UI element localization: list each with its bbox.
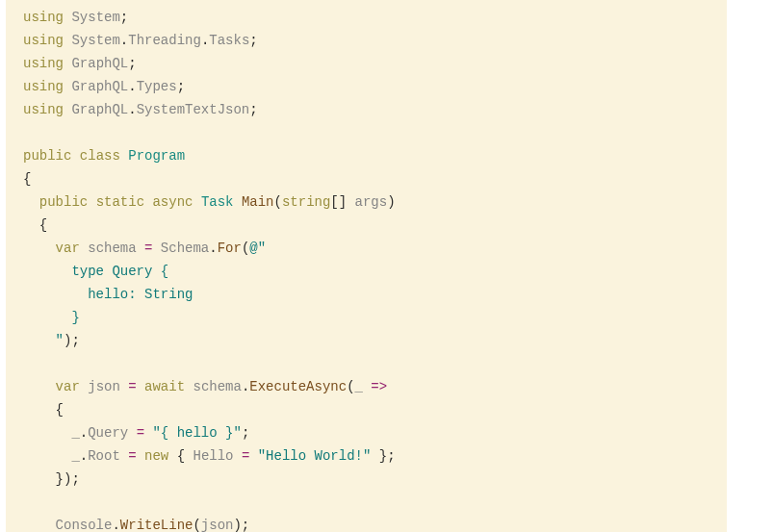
operator-eq: = bbox=[128, 379, 136, 394]
paren-close: ) bbox=[387, 194, 395, 210]
dot: . bbox=[80, 448, 88, 464]
string-content: } bbox=[23, 310, 80, 325]
kw-static: static bbox=[96, 194, 144, 210]
var-schema: schema bbox=[185, 379, 242, 394]
line-12: type Query { bbox=[23, 264, 168, 279]
kw-await: await bbox=[137, 379, 185, 394]
method-executeasync: ExecuteAsync bbox=[249, 379, 347, 394]
paren-open: ( bbox=[347, 379, 354, 394]
type-schema: Schema bbox=[152, 241, 209, 256]
paren-close-semi: ); bbox=[233, 518, 249, 532]
namespace-part: GraphQL bbox=[71, 79, 128, 94]
kw-using: using bbox=[23, 10, 64, 25]
line-10: { bbox=[23, 217, 47, 233]
kw-async: async bbox=[152, 194, 193, 210]
brace-open: { bbox=[23, 217, 47, 233]
class-name: Program bbox=[128, 148, 185, 164]
method-writeline: WriteLine bbox=[120, 518, 193, 532]
namespace-part: System bbox=[71, 33, 119, 48]
brace-close-semi: }; bbox=[371, 448, 395, 464]
string-end: " bbox=[23, 333, 64, 348]
namespace-part: Threading bbox=[128, 33, 201, 48]
var-schema: schema bbox=[80, 241, 144, 256]
line-1: using System; bbox=[23, 10, 128, 25]
kw-public: public bbox=[39, 194, 88, 210]
paren-open: ( bbox=[274, 194, 282, 210]
kw-using: using bbox=[23, 33, 64, 48]
brace-anon: { bbox=[168, 448, 193, 464]
line-5: using GraphQL.SystemTextJson; bbox=[23, 102, 258, 117]
string-content: hello: String bbox=[23, 287, 193, 302]
line-19: _.Query = "{ hello }"; bbox=[23, 425, 249, 441]
prop-root: Root bbox=[88, 448, 128, 464]
line-17: var json = await schema.ExecuteAsync(_ =… bbox=[23, 379, 387, 394]
paren-close-semi: ); bbox=[64, 333, 80, 348]
semicolon: ; bbox=[128, 56, 136, 71]
code-block: using System; using System.Threading.Tas… bbox=[6, 0, 727, 532]
line-14: } bbox=[23, 310, 80, 325]
type-console: Console bbox=[23, 518, 112, 532]
var-json: json bbox=[201, 518, 234, 532]
lambda-arrow: => bbox=[371, 379, 387, 394]
line-23: Console.WriteLine(json); bbox=[23, 518, 249, 532]
namespace-part: Tasks bbox=[209, 33, 249, 48]
var-json: json bbox=[80, 379, 128, 394]
string-literal: "{ hello }" bbox=[144, 425, 242, 441]
method-for: For bbox=[218, 241, 242, 256]
line-8: { bbox=[23, 171, 31, 187]
kw-string: string bbox=[282, 194, 330, 210]
kw-using: using bbox=[23, 102, 64, 117]
line-18: { bbox=[23, 402, 64, 418]
type-task: Task bbox=[201, 194, 234, 210]
prop-hello: Hello bbox=[193, 448, 241, 464]
line-13: hello: String bbox=[23, 287, 193, 302]
brackets: [] bbox=[330, 194, 347, 210]
semicolon: ; bbox=[242, 425, 249, 441]
semicolon: ; bbox=[120, 10, 128, 25]
method-main: Main bbox=[242, 194, 274, 210]
brace-open: { bbox=[23, 171, 31, 187]
namespace-part: Types bbox=[137, 79, 177, 94]
line-11: var schema = Schema.For(@" bbox=[23, 241, 266, 256]
line-15: "); bbox=[23, 333, 80, 348]
kw-using: using bbox=[23, 79, 64, 94]
line-7: public class Program bbox=[23, 148, 185, 164]
param-args: args bbox=[347, 194, 387, 210]
paren-open: ( bbox=[193, 518, 200, 532]
kw-class: class bbox=[80, 148, 120, 164]
lambda-var: _ bbox=[23, 425, 80, 441]
kw-new: new bbox=[144, 448, 168, 464]
namespace-part: SystemTextJson bbox=[137, 102, 250, 117]
string-literal: "Hello World!" bbox=[249, 448, 371, 464]
line-4: using GraphQL.Types; bbox=[23, 79, 185, 94]
kw-var: var bbox=[56, 241, 80, 256]
namespace: System bbox=[71, 10, 119, 25]
string-start: @" bbox=[249, 241, 266, 256]
semicolon: ; bbox=[249, 33, 257, 48]
prop-query: Query bbox=[88, 425, 136, 441]
dot: . bbox=[112, 518, 119, 532]
space bbox=[137, 448, 144, 464]
dot: . bbox=[209, 241, 217, 256]
string-content: type Query { bbox=[23, 264, 168, 279]
dot: . bbox=[120, 33, 128, 48]
namespace-part: GraphQL bbox=[71, 102, 128, 117]
line-21: }); bbox=[23, 471, 80, 487]
lambda-var: _ bbox=[23, 448, 80, 464]
operator-eq: = bbox=[137, 425, 144, 441]
kw-public: public bbox=[23, 148, 71, 164]
line-2: using System.Threading.Tasks; bbox=[23, 33, 258, 48]
dot: . bbox=[80, 425, 88, 441]
semicolon: ; bbox=[249, 102, 257, 117]
semicolon: ; bbox=[177, 79, 185, 94]
namespace: GraphQL bbox=[71, 56, 128, 71]
brace-open: { bbox=[23, 402, 64, 418]
line-9: public static async Task Main(string[] a… bbox=[23, 194, 396, 210]
dot: . bbox=[128, 102, 136, 117]
kw-var: var bbox=[56, 379, 80, 394]
brace-close-paren-semi: }); bbox=[23, 471, 80, 487]
dot: . bbox=[128, 79, 136, 94]
line-20: _.Root = new { Hello = "Hello World!" }; bbox=[23, 448, 396, 464]
lambda-param: _ bbox=[355, 379, 372, 394]
kw-using: using bbox=[23, 56, 64, 71]
